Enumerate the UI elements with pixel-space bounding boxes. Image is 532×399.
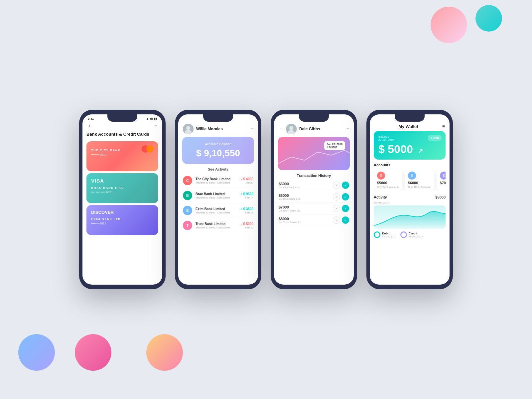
legend-credit-info: Credit +85%, 2017 xyxy=(409,232,423,238)
account-name-brac: Brac Bank Account xyxy=(408,186,431,189)
trans3-amount: $7000 xyxy=(279,205,333,209)
trans3-info-2: $6000 Via Brac Bank Ltd. xyxy=(279,194,333,200)
phone-2-notch xyxy=(203,114,233,122)
phone-2: Willie Morales ≡ Available Balance $ 9,1… xyxy=(175,110,261,289)
trans-date: Feb 18 xyxy=(240,211,253,214)
reject-button[interactable]: ✕ xyxy=(333,216,340,224)
approve-button[interactable]: ✓ xyxy=(342,205,349,212)
see-activity-link[interactable]: See Activity xyxy=(178,167,258,171)
trans-amount-t: - $ 5000 Feb 22 xyxy=(241,222,253,229)
trans3-via: Via City Bank Ltd. xyxy=(279,186,333,189)
card-number: ••••••••9912 xyxy=(91,222,154,225)
transaction-item-e: E Exim Bank Limited Transfer to bank · C… xyxy=(178,203,258,218)
transactions-list-3: $5000 Via City Bank Ltd. ✕ ✓ $6000 Via B… xyxy=(274,180,354,226)
trans-name: Exim Bank Limited xyxy=(196,207,237,211)
trans-icon-e: E xyxy=(183,206,192,215)
transaction-chart: Jan 20, 2018 + $ 9000 xyxy=(278,137,350,170)
phones-container: 9:41 ▲ ))) ▮▮ + ≡ Bank Accounts & Credit… xyxy=(79,110,453,289)
user-avatar xyxy=(183,124,194,134)
phone-4-header: My Wallet ≡ xyxy=(370,122,450,131)
trans-info-e: Exim Bank Limited Transfer to bank · Com… xyxy=(196,207,237,214)
activity-section: Activity 29 Jan, 2018 $5000 xyxy=(370,193,450,238)
trans3-info-3: $7000 Via Exim Bank Ltd. xyxy=(279,205,333,212)
trans-info-t: Trust Bank Limited Transfer to bank · Co… xyxy=(196,222,238,229)
reject-button[interactable]: ✕ xyxy=(333,193,340,200)
account-menu-brac[interactable]: ⋮ xyxy=(428,175,431,178)
menu-icon[interactable]: ≡ xyxy=(442,124,445,129)
trans-desc: Transfer to bank · Completed xyxy=(196,181,238,184)
reject-button[interactable]: ✕ xyxy=(333,182,340,189)
deco-circle-pink xyxy=(75,334,111,371)
deco-circle-blue xyxy=(18,334,55,371)
transactions-list: C The City Bank Limited Transfer to bank… xyxy=(178,173,258,233)
trans3-amount: $5000 xyxy=(279,182,333,186)
discover-logo: DISCOVER xyxy=(91,210,154,215)
balance-card: Available Balance $ 9,10,550 xyxy=(182,137,254,164)
phone-3-header: ← Dale Gibbs ≡ xyxy=(274,122,354,137)
status-time: 9:41 xyxy=(88,117,94,120)
menu-icon[interactable]: ≡ xyxy=(346,126,349,132)
account-name-city: City Bank Account xyxy=(377,186,399,189)
account-amount-exim: $70... xyxy=(440,181,446,185)
trans3-via: Via Brac Bank Ltd. xyxy=(279,198,333,200)
menu-icon[interactable]: ≡ xyxy=(251,126,253,132)
card-discover[interactable]: DISCOVER EXIM BANK LTD. ••••••••9912 xyxy=(86,205,158,235)
account-icon-brac: $ xyxy=(408,172,416,180)
activity-title-group: Activity 29 Jan, 2018 xyxy=(374,195,389,204)
phone-4-notch xyxy=(395,114,425,122)
card-visa[interactable]: VISA BRAC BANK LTD. •••• •••• •••• 6661 xyxy=(86,173,158,203)
user-avatar-row: Willie Morales xyxy=(183,124,223,134)
account-amount-brac: $6000 xyxy=(408,181,431,185)
trans3-item-2: $6000 Via Brac Bank Ltd. ✕ ✓ xyxy=(274,191,354,203)
phone-1-header: + ≡ xyxy=(82,122,162,132)
credit-circle xyxy=(400,231,407,238)
trans3-actions-1: ✕ ✓ xyxy=(333,182,349,189)
activity-amount: $5000 xyxy=(435,195,446,199)
card-bank-name: THE CITY BANK xyxy=(91,149,154,152)
account-card-city[interactable]: $ ⋮ $5000 City Bank Account xyxy=(374,169,402,191)
accounts-title: Accounts xyxy=(374,163,446,167)
approve-button[interactable]: ✓ xyxy=(342,193,349,200)
trans-info-b: Brac Bank Limited Transfer to bank · Com… xyxy=(196,192,237,199)
trans3-item-3: $7000 Via Exim Bank Ltd. ✕ ✓ xyxy=(274,203,354,214)
phone-1-notch xyxy=(107,114,137,122)
card-bank-name: BRAC BANK LTD. xyxy=(91,186,154,190)
activity-title: Activity xyxy=(374,195,389,199)
add-icon[interactable]: + xyxy=(88,123,91,129)
activity-date: 29 Jan, 2018 xyxy=(374,201,389,204)
account-card-brac[interactable]: $ ⋮ $6000 Brac Bank Account xyxy=(405,169,434,191)
credit-label: Credit xyxy=(409,232,423,235)
account-card-exim[interactable]: $ $70... xyxy=(437,169,446,191)
card-bank-name: EXIM BANK LTD. xyxy=(91,217,154,221)
trans-icon-b: B xyxy=(183,191,192,200)
phone-1-title-area: Bank Accounts & Credit Cards xyxy=(82,132,162,139)
user-avatar-row: ← Dale Gibbs xyxy=(279,124,320,134)
activity-header: Activity 29 Jan, 2018 $5000 xyxy=(374,195,446,204)
reject-button[interactable]: ✕ xyxy=(333,205,340,212)
visa-logo: VISA xyxy=(91,178,154,184)
menu-icon[interactable]: ≡ xyxy=(154,123,157,129)
card-mastercard[interactable]: THE CITY BANK ••••••••9009 xyxy=(86,141,158,171)
phone-1: 9:41 ▲ ))) ▮▮ + ≡ Bank Accounts & Credit… xyxy=(79,110,166,289)
trans3-via: Via Trust Bank Ltd. xyxy=(279,221,333,224)
phone-4: My Wallet ≡ Balance 20 Jan, 2018 $ 5000 … xyxy=(366,110,453,289)
trans3-info-4: $8000 Via Trust Bank Ltd. xyxy=(279,217,333,224)
legend-debit: Debit +25%, 2017 xyxy=(374,231,396,238)
trans-desc: Transfer to bank · Completed xyxy=(196,211,237,214)
account-menu-city[interactable]: ⋮ xyxy=(396,175,399,178)
trans-info-c: The City Bank Limited Transfer to bank ·… xyxy=(196,177,238,184)
phone-1-screen: 9:41 ▲ ))) ▮▮ + ≡ Bank Accounts & Credit… xyxy=(82,114,162,285)
back-button[interactable]: ← xyxy=(279,126,283,132)
add-button[interactable]: + Add xyxy=(428,135,442,141)
trans3-actions-3: ✕ ✓ xyxy=(333,205,349,212)
user-name: Willie Morales xyxy=(196,127,223,131)
approve-button[interactable]: ✓ xyxy=(342,182,349,189)
trans3-info-1: $5000 Via City Bank Ltd. xyxy=(279,182,333,189)
trans-value: - $ 5000 xyxy=(241,222,253,226)
phone-4-screen: My Wallet ≡ Balance 20 Jan, 2018 $ 5000 … xyxy=(370,114,450,285)
approve-button[interactable]: ✓ xyxy=(342,216,349,224)
card-number: •••• •••• •••• 6661 xyxy=(91,191,154,194)
legend-debit-info: Debit +25%, 2017 xyxy=(382,232,396,238)
trans-amount-b: + $ 9500 Feb 14 xyxy=(240,192,253,199)
wallet-balance-card: Balance 20 Jan, 2018 $ 5000 ↗ + Add xyxy=(374,131,446,160)
